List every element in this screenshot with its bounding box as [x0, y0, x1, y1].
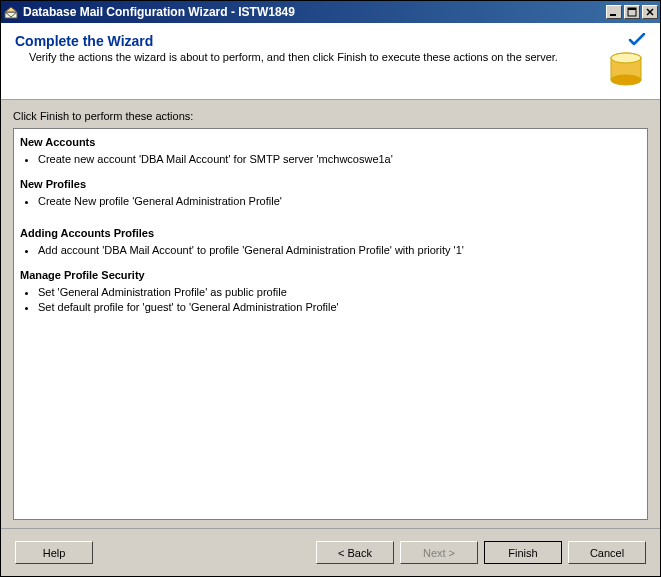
wizard-header: Complete the Wizard Verify the actions t… [1, 23, 660, 100]
header-graphic [576, 33, 646, 89]
svg-point-7 [611, 53, 641, 63]
svg-rect-3 [628, 8, 636, 10]
header-title: Complete the Wizard [15, 33, 576, 49]
section-new-profiles-list: Create New profile 'General Administrati… [38, 194, 641, 209]
window-title: Database Mail Configuration Wizard - IST… [23, 5, 606, 19]
section-new-accounts-title: New Accounts [20, 135, 641, 150]
header-subtitle: Verify the actions the wizard is about t… [15, 51, 576, 63]
help-button[interactable]: Help [15, 541, 93, 564]
section-manage-security-title: Manage Profile Security [20, 268, 641, 283]
section-new-profiles-title: New Profiles [20, 177, 641, 192]
section-adding-accounts-list: Add account 'DBA Mail Account' to profil… [38, 243, 641, 258]
back-button[interactable]: < Back [316, 541, 394, 564]
minimize-button[interactable] [606, 5, 622, 19]
titlebar: Database Mail Configuration Wizard - IST… [1, 1, 660, 23]
list-item: Set default profile for 'guest' to 'Gene… [38, 300, 641, 315]
app-icon [3, 4, 19, 20]
section-adding-accounts-title: Adding Accounts Profiles [20, 226, 641, 241]
wizard-window: Database Mail Configuration Wizard - IST… [0, 0, 661, 577]
svg-rect-1 [610, 14, 616, 16]
next-button: Next > [400, 541, 478, 564]
section-manage-security-list: Set 'General Administration Profile' as … [38, 285, 641, 315]
checkmark-icon [628, 33, 646, 47]
list-item: Create new account 'DBA Mail Account' fo… [38, 152, 641, 167]
database-icon [606, 49, 646, 89]
window-controls [606, 5, 658, 19]
cancel-button[interactable]: Cancel [568, 541, 646, 564]
header-texts: Complete the Wizard Verify the actions t… [15, 33, 576, 63]
svg-point-6 [611, 75, 641, 85]
section-new-accounts-list: Create new account 'DBA Mail Account' fo… [38, 152, 641, 167]
content-area: Click Finish to perform these actions: N… [1, 100, 660, 528]
maximize-button[interactable] [624, 5, 640, 19]
list-item: Add account 'DBA Mail Account' to profil… [38, 243, 641, 258]
actions-summary-box: New Accounts Create new account 'DBA Mai… [13, 128, 648, 520]
wizard-footer: Help < Back Next > Finish Cancel [1, 528, 660, 576]
list-item: Set 'General Administration Profile' as … [38, 285, 641, 300]
close-button[interactable] [642, 5, 658, 19]
finish-button[interactable]: Finish [484, 541, 562, 564]
instruction-text: Click Finish to perform these actions: [13, 110, 648, 122]
list-item: Create New profile 'General Administrati… [38, 194, 641, 209]
